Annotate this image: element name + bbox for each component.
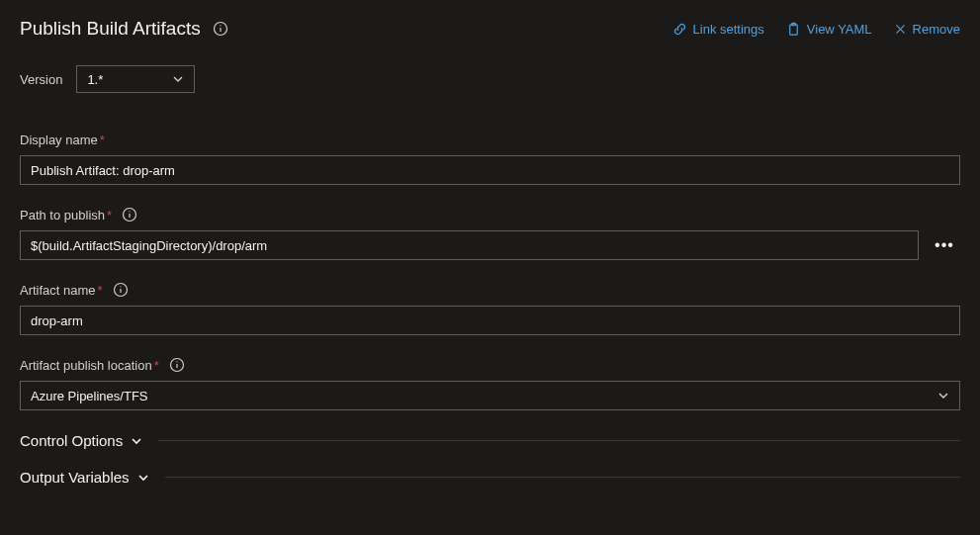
divider — [165, 477, 960, 478]
display-name-label: Display name* — [20, 133, 105, 147]
chevron-down-icon — [137, 472, 149, 484]
info-icon[interactable] — [213, 21, 228, 37]
svg-point-9 — [129, 211, 130, 212]
close-icon — [894, 23, 907, 36]
path-to-publish-field: Path to publish* ••• — [20, 207, 960, 260]
ellipsis-icon: ••• — [935, 236, 954, 254]
remove-button[interactable]: Remove — [894, 22, 960, 37]
display-name-input[interactable] — [20, 155, 960, 185]
output-variables-title: Output Variables — [20, 469, 130, 486]
info-icon[interactable] — [122, 207, 137, 223]
path-to-publish-input[interactable] — [20, 230, 919, 260]
output-variables-section[interactable]: Output Variables — [20, 469, 960, 486]
clipboard-icon — [786, 22, 801, 37]
version-value: 1.* — [87, 72, 103, 87]
svg-point-2 — [220, 25, 221, 26]
publish-location-select[interactable]: Azure Pipelines/TFS — [20, 381, 960, 410]
version-row: Version 1.* — [20, 65, 960, 93]
header-row: Publish Build Artifacts Link settings — [20, 18, 960, 40]
artifact-name-input[interactable] — [20, 306, 960, 335]
version-select[interactable]: 1.* — [76, 65, 195, 93]
page-title: Publish Build Artifacts — [20, 18, 201, 40]
artifact-name-label: Artifact name* — [20, 283, 103, 298]
remove-label: Remove — [913, 22, 960, 37]
browse-path-button[interactable]: ••• — [929, 230, 960, 260]
link-icon — [672, 22, 687, 37]
chevron-down-icon — [172, 73, 184, 85]
link-settings-button[interactable]: Link settings — [672, 22, 764, 37]
chevron-down-icon — [937, 390, 949, 401]
view-yaml-button[interactable]: View YAML — [786, 22, 872, 37]
svg-point-12 — [120, 286, 121, 287]
version-label: Version — [20, 72, 62, 87]
control-options-title: Control Options — [20, 432, 123, 449]
divider — [158, 440, 960, 441]
title-group: Publish Build Artifacts — [20, 18, 228, 40]
display-name-field: Display name* — [20, 133, 960, 185]
info-icon[interactable] — [169, 357, 185, 373]
view-yaml-label: View YAML — [807, 22, 872, 37]
link-settings-label: Link settings — [693, 22, 764, 37]
header-actions: Link settings View YAML Remove — [672, 22, 960, 37]
path-to-publish-label: Path to publish* — [20, 208, 112, 223]
chevron-down-icon — [131, 435, 142, 447]
artifact-name-field: Artifact name* — [20, 282, 960, 335]
control-options-section[interactable]: Control Options — [20, 432, 960, 449]
publish-location-label: Artifact publish location* — [20, 358, 159, 373]
publish-location-field: Artifact publish location* Azure Pipelin… — [20, 357, 960, 410]
info-icon[interactable] — [113, 282, 129, 298]
publish-location-value: Azure Pipelines/TFS — [31, 389, 148, 403]
svg-point-15 — [176, 361, 177, 362]
